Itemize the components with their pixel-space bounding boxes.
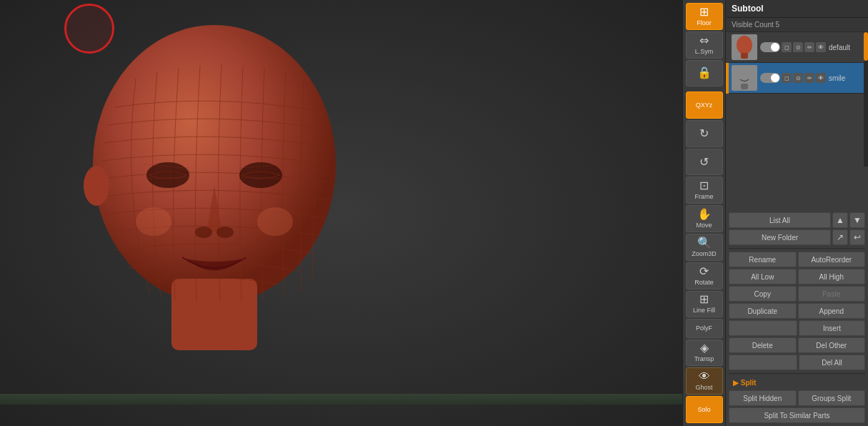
icon1-smile[interactable]: ◻ (782, 73, 792, 83)
zoom3d-icon: 🔍 (697, 237, 712, 249)
lsym-icon: ⇔ (699, 35, 709, 46)
split-section-label: ▶ Split (729, 377, 865, 389)
append-button[interactable]: Append (798, 303, 866, 319)
up-arrow-icon: ▲ (836, 215, 844, 225)
insert-spacer (729, 320, 797, 336)
ghost-button[interactable]: 👁 Ghost (686, 367, 723, 395)
auto-reorder-button[interactable]: AutoReorder (798, 252, 866, 267)
folder-back-icon: ↩ (854, 232, 861, 242)
del-all-spacer (729, 355, 797, 370)
move-button[interactable]: ✋ Move (686, 205, 723, 232)
svg-point-5 (216, 227, 234, 238)
subtool-wrapper-smile: ◻ ⊙ ✏ 👁 smile (726, 63, 868, 94)
ground-plane (0, 394, 682, 405)
svg-point-9 (737, 36, 752, 54)
paste-button[interactable]: Paste (798, 286, 866, 302)
lsym-button[interactable]: ⇔ L.Sym (686, 31, 723, 59)
list-all-button[interactable]: List All (729, 212, 831, 228)
subtool-name-smile: smile (829, 74, 865, 82)
xyz-button[interactable]: QXYz (686, 91, 723, 119)
subtool-thumb-default (732, 34, 757, 60)
subtool-name-default: default (829, 44, 865, 51)
toggle-default[interactable] (760, 42, 780, 52)
copy-button[interactable]: Copy (729, 286, 797, 302)
subtool-panel: Subtool Visible Count 5 ◻ (725, 0, 868, 426)
subtool-item-default[interactable]: ◻ ⊙ ✏ 👁 default (729, 32, 868, 63)
icon2-smile[interactable]: ⊙ (793, 73, 803, 83)
scroll-bar[interactable] (864, 32, 868, 167)
linefill-icon: ⊞ (699, 294, 709, 305)
new-folder-row: New Folder ↗ ↩ (729, 229, 865, 245)
delete-button[interactable]: Delete (729, 337, 797, 353)
frame-button[interactable]: ⊡ Frame (686, 177, 723, 204)
ghost-icon: 👁 (699, 371, 710, 382)
list-up-button[interactable]: ▲ (832, 212, 848, 228)
xyz-label: QXYz (696, 101, 713, 109)
rotate-snap-button[interactable]: ↻ (686, 120, 723, 147)
svg-point-8 (84, 166, 109, 206)
svg-rect-10 (741, 53, 748, 59)
insert-row: Insert (729, 320, 865, 336)
new-folder-button[interactable]: New Folder (729, 229, 831, 245)
svg-point-11 (737, 66, 752, 85)
rename-button[interactable]: Rename (729, 252, 797, 267)
transp-button[interactable]: ◈ Transp (686, 340, 723, 367)
rotate-snap2-icon: ↺ (699, 157, 709, 168)
list-down-button[interactable]: ▼ (849, 212, 865, 228)
svg-rect-12 (741, 84, 748, 89)
zoom3d-label: Zoom3D (692, 250, 717, 257)
polyf-label: PolyF (696, 325, 712, 332)
lock-icon: 🔒 (697, 67, 712, 79)
subtool-list[interactable]: ◻ ⊙ ✏ 👁 default (726, 32, 868, 167)
floor-icon: ⊞ (699, 6, 709, 18)
split-row: Split Hidden Groups Split (729, 390, 865, 406)
split-to-similar-button[interactable]: Split To Similar Parts (729, 407, 865, 423)
all-high-button[interactable]: All High (798, 269, 866, 284)
rotate-snap-icon: ↻ (699, 128, 709, 139)
subtool-controls-smile: ◻ ⊙ ✏ 👁 (760, 73, 826, 83)
del-other-button[interactable]: Del Other (798, 337, 866, 353)
head-svg (43, 21, 400, 393)
eye-default[interactable]: 👁 (816, 42, 826, 52)
icon1-default[interactable]: ◻ (782, 42, 792, 52)
split-hidden-button[interactable]: Split Hidden (729, 390, 797, 406)
icon3-smile[interactable]: ✏ (804, 73, 814, 83)
del-all-button[interactable]: Del All (799, 355, 865, 370)
scroll-thumb (864, 32, 868, 61)
all-low-button[interactable]: All Low (729, 269, 797, 284)
rename-row: Rename AutoReorder (729, 252, 865, 267)
del-all-row: Del All (729, 355, 865, 370)
duplicate-button[interactable]: Duplicate (729, 303, 797, 319)
floor-button[interactable]: ⊞ Floor (686, 3, 723, 30)
icon2-default[interactable]: ⊙ (793, 42, 803, 52)
icon3-default[interactable]: ✏ (804, 42, 814, 52)
delete-row: Delete Del Other (729, 337, 865, 353)
rotate-snap2-button[interactable]: ↺ (686, 149, 723, 176)
list-folder-row: List All ▲ ▼ (729, 212, 865, 228)
svg-rect-1 (171, 279, 257, 350)
split-similar-row: Split To Similar Parts (729, 407, 865, 423)
polyf-button[interactable]: PolyF (686, 319, 723, 337)
insert-button[interactable]: Insert (799, 320, 865, 336)
panel-title: Subtool (726, 0, 868, 18)
transp-icon: ◈ (700, 342, 709, 354)
viewport[interactable] (0, 0, 682, 426)
rotate-icon: ⟳ (699, 266, 709, 277)
floor-label: Floor (697, 19, 712, 26)
svg-point-6 (136, 207, 171, 236)
rotate-button[interactable]: ⟳ Rotate (686, 262, 723, 289)
groups-split-button[interactable]: Groups Split (798, 390, 866, 406)
eye-smile[interactable]: 👁 (816, 73, 826, 83)
linefill-button[interactable]: ⊞ Line Fill (686, 291, 723, 318)
subtool-item-smile[interactable]: ◻ ⊙ ✏ 👁 smile (729, 63, 868, 94)
solo-button[interactable]: Solo (686, 396, 723, 423)
frame-icon: ⊡ (699, 180, 709, 192)
folder-move-icon: ↗ (837, 232, 844, 242)
visible-count: Visible Count 5 (726, 18, 868, 32)
divider1 (729, 248, 865, 249)
lock-button[interactable]: 🔒 (686, 60, 723, 87)
folder-back-button[interactable]: ↩ (849, 229, 865, 245)
toggle-smile[interactable] (760, 73, 780, 83)
zoom3d-button[interactable]: 🔍 Zoom3D (686, 234, 723, 261)
folder-move-button[interactable]: ↗ (832, 229, 848, 245)
